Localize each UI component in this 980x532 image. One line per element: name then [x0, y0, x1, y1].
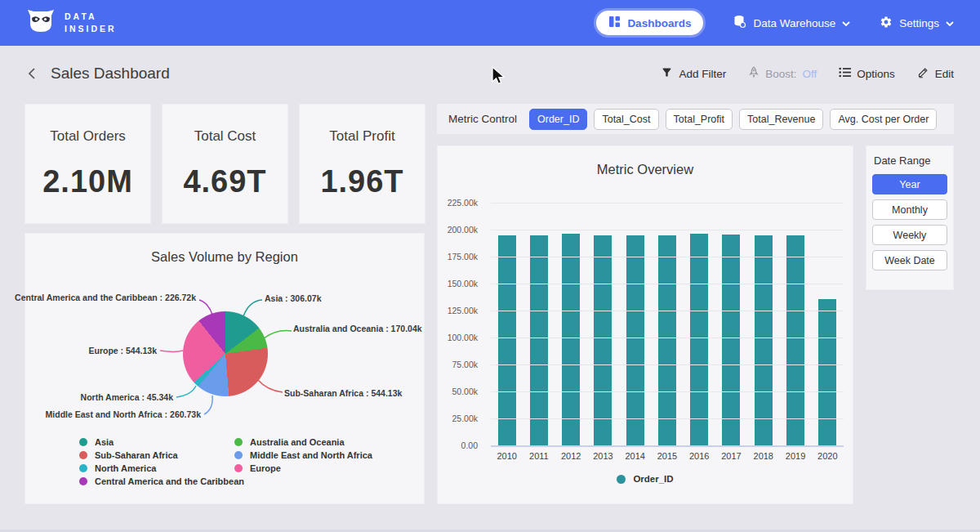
- kpi-card-total-cost: Total Cost 4.69T: [162, 104, 288, 224]
- date-range-monthly-button[interactable]: Monthly: [872, 199, 947, 220]
- kpi-value: 2.10M: [42, 164, 133, 199]
- boost-value: Off: [802, 68, 817, 80]
- brand-text-line1: DATA: [65, 11, 117, 23]
- bar-2011[interactable]: [530, 235, 548, 445]
- legend-label: Sub-Saharan Africa: [95, 450, 178, 460]
- y-tick-label: 150.00k: [448, 279, 478, 288]
- bar-cell: [523, 203, 555, 445]
- gridline: [491, 338, 844, 338]
- y-tick-label: 50.00k: [452, 387, 478, 396]
- date-range-label: Date Range: [874, 154, 953, 167]
- settings-menu[interactable]: Settings: [880, 16, 954, 31]
- gridline: [491, 284, 844, 284]
- y-tick-label: 175.00k: [448, 252, 478, 262]
- x-tick-label: 2017: [715, 451, 747, 461]
- edit-button[interactable]: Edit: [917, 66, 954, 81]
- y-tick-label: 0.00: [461, 440, 478, 450]
- dashboards-label: Dashboards: [627, 17, 691, 29]
- pie-callout-europe: Europe : 544.13k: [89, 346, 157, 355]
- pie-callout-north-america: North America : 45.34k: [81, 392, 173, 402]
- dashboards-button[interactable]: Dashboards: [596, 11, 703, 35]
- bar-cell: [747, 203, 779, 445]
- gridline: [491, 203, 844, 203]
- bar-2014[interactable]: [626, 235, 644, 445]
- boost-toggle[interactable]: Boost: Off: [748, 66, 817, 81]
- gridline: [491, 418, 844, 419]
- metric-button-total-profit[interactable]: Total_Profit: [666, 109, 733, 130]
- legend-label: North America: [95, 463, 156, 473]
- gridline: [491, 257, 844, 257]
- y-tick-label: 25.00k: [452, 414, 478, 423]
- metric-button-avg-cost-per-order[interactable]: Avg. Cost per Order: [830, 109, 937, 130]
- bar-2016[interactable]: [690, 234, 708, 445]
- date-range-weekly-button[interactable]: Weekly: [872, 225, 947, 245]
- x-tick-label: 2015: [651, 451, 683, 461]
- y-tick-label: 225.00k: [448, 198, 478, 208]
- bar-cell: [619, 203, 651, 445]
- pie-callout-central-america-caribbean: Central America and the Caribbean : 226.…: [15, 293, 196, 302]
- add-filter-button[interactable]: Add Filter: [661, 66, 726, 81]
- options-label: Options: [857, 68, 895, 80]
- kpi-value: 1.96T: [320, 164, 403, 199]
- x-tick-label: 2020: [812, 451, 844, 461]
- pie-callout-middle-east-north-africa: Middle East and North Africa : 260.73k: [46, 409, 201, 419]
- brand-logo[interactable]: DATA INSIDER: [26, 8, 117, 38]
- pie-callout-asia: Asia : 306.07k: [265, 293, 321, 303]
- bar-2018[interactable]: [755, 235, 773, 445]
- bar-2020[interactable]: [818, 299, 836, 445]
- settings-label: Settings: [899, 17, 939, 29]
- back-button[interactable]: [26, 66, 38, 81]
- top-nav: DATA INSIDER Dashboards: [0, 0, 980, 46]
- metric-button-total-revenue[interactable]: Total_Revenue: [739, 109, 823, 130]
- y-tick-label: 200.00k: [448, 225, 478, 235]
- filter-funnel-icon: [661, 66, 673, 81]
- kpi-label: Total Orders: [50, 128, 126, 145]
- gridline: [491, 391, 844, 392]
- legend-dot: [234, 451, 243, 459]
- x-tick-label: 2016: [684, 451, 715, 461]
- bar-2010[interactable]: [498, 235, 516, 445]
- pie-legend-item[interactable]: Europe: [234, 462, 372, 475]
- pie-legend-column-2: Australia and OceaniaMiddle East and Nor…: [234, 436, 372, 475]
- rocket-icon: [748, 66, 760, 81]
- bar-chart-x-axis: 2010201120122013201420152016201720182019…: [491, 451, 844, 461]
- list-options-icon: [839, 67, 851, 80]
- bar-chart-card: Metric Overview 225.00k200.00k175.00k150…: [437, 145, 853, 504]
- bar-2017[interactable]: [722, 235, 740, 445]
- metric-button-total-cost[interactable]: Total_Cost: [594, 109, 658, 130]
- pie-callout-australia-oceania: Australia and Oceania : 170.04k: [293, 324, 422, 333]
- date-range-week-date-button[interactable]: Week Date: [872, 250, 947, 270]
- owl-logo-icon: [26, 8, 56, 38]
- date-range-year-button[interactable]: Year: [872, 174, 947, 194]
- kpi-value: 4.69T: [183, 164, 266, 199]
- bar-cell: [812, 203, 844, 445]
- options-button[interactable]: Options: [839, 67, 895, 80]
- x-axis-baseline: [491, 445, 844, 447]
- legend-series-name: Order_ID: [633, 474, 673, 484]
- page-title: Sales Dashboard: [51, 65, 170, 83]
- pie-legend-item[interactable]: Asia: [79, 436, 244, 449]
- bar-chart-y-axis: 225.00k200.00k175.00k150.00k125.00k100.0…: [438, 203, 483, 445]
- bar-2015[interactable]: [658, 235, 676, 445]
- pie-legend-item[interactable]: Australia and Oceania: [234, 436, 372, 449]
- pie-legend-item[interactable]: Middle East and North Africa: [234, 449, 372, 462]
- dashboards-grid-icon: [608, 16, 621, 30]
- bar-2019[interactable]: [786, 235, 804, 445]
- data-warehouse-menu[interactable]: Data Warehouse: [733, 15, 850, 31]
- metric-button-order-id[interactable]: Order_ID: [529, 109, 587, 130]
- bar-chart-legend: Order_ID: [438, 474, 853, 484]
- bar-cell: [715, 203, 747, 445]
- pie-chart-card: Sales Volume by Region Asia : 306.07k Au…: [24, 233, 425, 504]
- legend-dot: [79, 464, 87, 472]
- pie-legend-item[interactable]: Central America and the Caribbean: [79, 475, 244, 488]
- page-header: Sales Dashboard Add Filter Boost: Off: [0, 57, 980, 90]
- pie-legend-item[interactable]: North America: [79, 462, 244, 475]
- legend-label: Australia and Oceania: [250, 437, 345, 447]
- kpi-label: Total Cost: [194, 128, 256, 145]
- bar-2012[interactable]: [562, 234, 580, 445]
- bar-2013[interactable]: [594, 235, 612, 445]
- x-tick-label: 2019: [779, 451, 811, 461]
- pie-legend-item[interactable]: Sub-Saharan Africa: [79, 449, 244, 462]
- x-tick-label: 2018: [747, 451, 779, 461]
- bar-chart-title: Metric Overview: [438, 146, 853, 177]
